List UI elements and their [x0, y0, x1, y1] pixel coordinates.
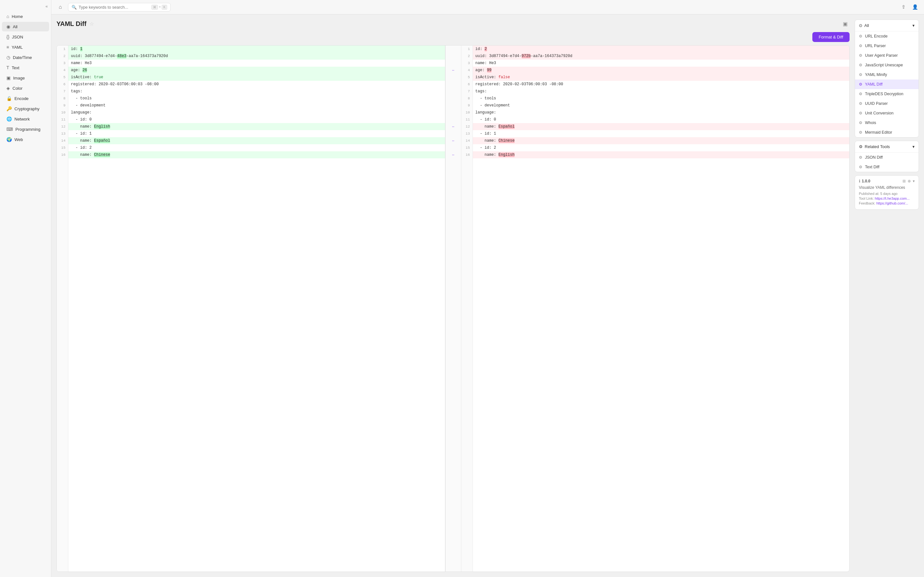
filter-section: ⊙ All ▾ ⚙URL Encode⚙URL Parser⚙User Agen… — [855, 19, 919, 137]
diff-line: tags: — [68, 88, 445, 95]
topbar-home-button[interactable]: ⌂ — [56, 3, 65, 11]
share-button[interactable]: ⇧ — [899, 3, 908, 11]
line-number: 16 — [461, 151, 473, 158]
sidebar-item-label: Cryptography — [15, 106, 39, 111]
sidebar-item-image[interactable]: ▣ Image — [2, 73, 49, 83]
search-input[interactable] — [79, 5, 150, 10]
page-content: YAML Diff ☆ ▣ Format & Diff 123456789101… — [51, 15, 924, 577]
diff-left-lines: id: 1uuid: 3d877494-e7d4-48e3-aa7a-16437… — [68, 45, 445, 572]
sidebar-item-encode[interactable]: 🔒 Encode — [2, 93, 49, 103]
line-number: 2 — [57, 53, 68, 60]
diff-right-pane[interactable]: 12345678910111213141516 id: 2uuid: 3d877… — [461, 45, 850, 572]
diff-arrow: ↔ — [452, 123, 454, 130]
text-icon: T — [6, 65, 9, 70]
search-icon: 🔍 — [71, 5, 77, 10]
tool-label: URL Parser — [865, 44, 886, 48]
line-number: 13 — [461, 130, 473, 137]
tool-item-mermaid-editor[interactable]: ⚙Mermaid Editor — [855, 127, 919, 137]
tool-icon: ⚙ — [859, 53, 863, 58]
diff-line: age: 26 — [68, 67, 445, 74]
diff-left-gutter: 12345678910111213141516 — [57, 45, 68, 572]
diff-line: uuid: 3d877494-e7d4-972b-aa7a-164373a792… — [473, 53, 850, 60]
favorite-button[interactable]: ☆ — [89, 21, 94, 27]
sidebar-item-programming[interactable]: ⌨ Programming — [2, 124, 49, 134]
tool-icon: ⚙ — [859, 121, 863, 125]
diff-line: isActive: false — [473, 74, 850, 81]
diff-line: name: Chinese — [68, 151, 445, 158]
related-label: Related Tools — [865, 144, 913, 149]
tool-label: Whois — [865, 121, 876, 125]
tool-item-user-agent-parser[interactable]: ⚙User Agent Parser — [855, 51, 919, 60]
format-diff-button[interactable]: Format & Diff — [813, 32, 850, 42]
sidebar-item-json[interactable]: {} JSON — [2, 32, 49, 42]
sidebar-item-label: Network — [15, 117, 30, 121]
tool-label: Unit Conversion — [865, 111, 893, 115]
tool-icon: ⚙ — [859, 34, 863, 39]
related-tools-list: ⚙JSON Diff⚙Text Diff — [855, 153, 919, 172]
topbar-actions: ⇧ 👤 — [899, 3, 919, 11]
version-grid-icon[interactable]: ⊞ — [903, 179, 906, 183]
color-icon: ◈ — [6, 85, 10, 91]
tool-item-whois[interactable]: ⚙Whois — [855, 118, 919, 127]
tool-icon: ⚙ — [859, 73, 863, 77]
line-number: 8 — [57, 95, 68, 102]
sidebar-collapse-button[interactable]: « — [0, 3, 51, 11]
diff-line: - id: 2 — [68, 144, 445, 151]
tool-icon: ⚙ — [859, 165, 863, 169]
diff-line: - id: 2 — [473, 144, 850, 151]
tool-item-unit-conversion[interactable]: ⚙Unit Conversion — [855, 108, 919, 118]
sidebar-item-cryptography[interactable]: 🔑 Cryptography — [2, 104, 49, 113]
related-chevron-icon: ▾ — [913, 144, 915, 149]
tool-label: UUID Parser — [865, 101, 888, 106]
sidebar-item-text[interactable]: T Text — [2, 63, 49, 73]
sidebar-item-label: All — [13, 24, 17, 29]
feedback-link-anchor[interactable]: https://github.com/... — [876, 201, 908, 205]
tool-label: URL Encode — [865, 34, 887, 39]
tool-link-anchor[interactable]: https://t.he3app.com... — [875, 197, 910, 200]
line-number: 12 — [57, 123, 68, 130]
tool-item-url-parser[interactable]: ⚙URL Parser — [855, 41, 919, 51]
sidebar-item-yaml[interactable]: ≡ YAML — [2, 42, 49, 52]
related-tools-section: ⚙ Related Tools ▾ ⚙JSON Diff⚙Text Diff — [855, 141, 919, 172]
line-number: 6 — [461, 81, 473, 88]
datetime-icon: ◷ — [6, 55, 10, 60]
tool-item-yaml-minify[interactable]: ⚙YAML Minify — [855, 70, 919, 79]
related-tool-item-json-diff[interactable]: ⚙JSON Diff — [855, 153, 919, 162]
line-number: 11 — [461, 116, 473, 123]
line-number: 1 — [461, 45, 473, 53]
tool-item-js-unescape[interactable]: ⚙JavaScript Unescape — [855, 60, 919, 70]
diff-editor: 12345678910111213141516 id: 1uuid: 3d877… — [57, 45, 850, 572]
sidebar-item-color[interactable]: ◈ Color — [2, 83, 49, 93]
tool-item-url-encode[interactable]: ⚙URL Encode — [855, 31, 919, 41]
filter-header[interactable]: ⊙ All ▾ — [855, 20, 919, 31]
sidebar-item-home[interactable]: ⌂ Home — [2, 11, 49, 21]
version-feedback: Feedback: https://github.com/... — [859, 201, 915, 205]
tool-item-tripledes[interactable]: ⚙TripleDES Decryption — [855, 89, 919, 99]
diff-left-pane[interactable]: 12345678910111213141516 id: 1uuid: 3d877… — [57, 45, 445, 572]
sidebar-item-web[interactable]: 🌍 Web — [2, 135, 49, 144]
user-button[interactable]: 👤 — [911, 3, 919, 11]
diff-line: - tools — [473, 95, 850, 102]
main-content: ⌂ 🔍 ⌘ + K ⇧ 👤 YAML Diff ☆ ▣ — [51, 0, 924, 577]
search-bar[interactable]: 🔍 ⌘ + K — [68, 3, 171, 11]
sidebar-item-label: Web — [15, 137, 23, 142]
tool-item-yaml-diff[interactable]: ⚙YAML Diff — [855, 79, 919, 89]
tool-item-uuid-parser[interactable]: ⚙UUID Parser — [855, 99, 919, 108]
diff-arrow: ↔ — [452, 137, 454, 144]
line-number: 4 — [461, 67, 473, 74]
layout-toggle-button[interactable]: ▣ — [841, 19, 850, 28]
sidebar-item-all[interactable]: ◉ All — [2, 22, 49, 31]
version-globe-icon[interactable]: ⊕ — [908, 179, 911, 183]
web-icon: 🌍 — [6, 137, 12, 142]
page-title: YAML Diff — [57, 20, 86, 27]
sidebar-item-datetime[interactable]: ◷ Date/Time — [2, 53, 49, 62]
sidebar-item-label: Home — [11, 14, 23, 19]
related-tool-item-text-diff[interactable]: ⚙Text Diff — [855, 162, 919, 172]
version-chevron-icon[interactable]: ▾ — [913, 179, 915, 183]
related-tools-header[interactable]: ⚙ Related Tools ▾ — [855, 141, 919, 153]
home-icon: ⌂ — [6, 14, 9, 19]
sidebar-item-network[interactable]: 🌐 Network — [2, 114, 49, 124]
cryptography-icon: 🔑 — [6, 106, 12, 111]
diff-line: - id: 0 — [473, 116, 850, 123]
line-number: 11 — [57, 116, 68, 123]
